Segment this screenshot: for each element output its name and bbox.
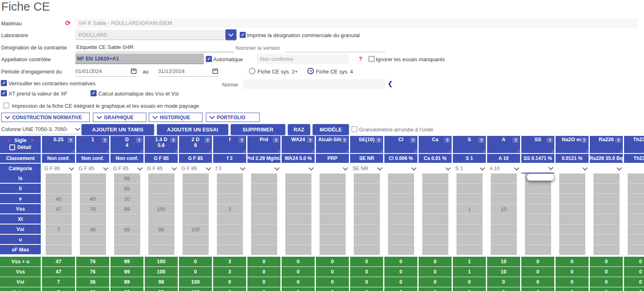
value-cell[interactable] — [624, 184, 644, 194]
value-cell[interactable] — [624, 194, 644, 204]
sigle-prev-arrow-icon[interactable]: < — [7, 137, 10, 143]
value-cell[interactable]: 7 — [42, 224, 75, 235]
help-icon[interactable]: ? — [273, 137, 279, 143]
value-cell[interactable] — [42, 235, 75, 245]
column-resize-handle[interactable] — [71, 149, 75, 153]
value-cell[interactable] — [521, 184, 554, 194]
value-cell[interactable] — [247, 214, 280, 224]
value-cell[interactable] — [316, 224, 349, 235]
laboratoire-field[interactable]: POULLARD — [75, 30, 224, 40]
calendar-icon[interactable] — [131, 69, 137, 74]
construction-normative-button[interactable]: CONSTRUCTION NORMATIVE — [1, 113, 90, 122]
value-cell[interactable] — [76, 245, 109, 255]
colonne-select[interactable]: UNE 7050-3, 7050- — [22, 124, 79, 134]
categorie-select[interactable]: SE NR — [350, 164, 383, 173]
value-cell[interactable] — [487, 173, 520, 184]
sigle-next-arrow-icon[interactable]: > — [31, 137, 34, 143]
value-cell[interactable] — [179, 214, 212, 224]
sys4-radio[interactable] — [307, 68, 314, 74]
value-cell[interactable]: 100 — [145, 204, 178, 214]
value-cell[interactable]: 47 — [42, 204, 75, 214]
value-cell[interactable] — [213, 184, 246, 194]
value-cell[interactable] — [145, 235, 178, 245]
value-cell[interactable] — [419, 173, 452, 184]
value-cell[interactable]: 40 — [76, 194, 109, 204]
categorie-select[interactable] — [521, 164, 554, 173]
help-icon[interactable]: ? — [341, 137, 348, 143]
value-cell[interactable] — [213, 235, 246, 245]
statut-field[interactable]: Non conforme — [257, 54, 348, 64]
categorie-select[interactable]: f 3 — [213, 164, 246, 173]
value-cell[interactable] — [419, 235, 452, 245]
value-cell[interactable] — [179, 173, 212, 184]
value-cell[interactable] — [350, 214, 383, 224]
value-cell[interactable] — [282, 184, 315, 194]
categorie-select[interactable]: S 1 — [453, 164, 486, 173]
value-cell[interactable] — [350, 173, 383, 184]
help-icon[interactable]: ? — [547, 137, 553, 143]
value-cell[interactable] — [316, 194, 349, 204]
value-cell[interactable] — [247, 194, 280, 204]
value-cell[interactable] — [213, 245, 246, 255]
norme-field[interactable] — [243, 79, 385, 89]
value-cell[interactable] — [556, 214, 589, 224]
value-cell[interactable] — [590, 235, 623, 245]
detail-toggle[interactable]: Détail — [9, 144, 31, 150]
categorie-select[interactable]: A 10 — [487, 164, 520, 173]
column-resize-handle[interactable] — [551, 149, 554, 153]
value-cell[interactable] — [590, 184, 623, 194]
categorie-select[interactable]: G F 85 — [76, 164, 109, 173]
value-cell[interactable] — [179, 235, 212, 245]
value-cell[interactable] — [247, 173, 280, 184]
column-resize-handle[interactable] — [379, 149, 383, 153]
value-cell[interactable] — [521, 235, 554, 245]
value-cell[interactable] — [384, 235, 417, 245]
value-cell[interactable] — [76, 214, 109, 224]
value-cell[interactable] — [453, 173, 486, 184]
sys2-radio[interactable] — [249, 68, 256, 74]
xt-checkbox[interactable] — [1, 90, 7, 96]
ajouter-tamis-button[interactable]: AJOUTER UN TAMIS — [82, 124, 154, 135]
value-cell[interactable] — [521, 204, 554, 214]
value-cell[interactable] — [521, 194, 554, 204]
value-cell[interactable] — [76, 173, 109, 184]
value-cell[interactable]: 100 — [179, 224, 212, 235]
calcul-checkbox[interactable] — [90, 90, 97, 96]
help-icon[interactable]: ? — [307, 137, 313, 143]
value-cell[interactable] — [556, 235, 589, 245]
value-cell[interactable] — [145, 194, 178, 204]
value-cell[interactable] — [350, 224, 383, 235]
help-icon[interactable]: ? — [136, 137, 142, 143]
value-cell[interactable] — [282, 245, 315, 255]
value-cell[interactable] — [453, 224, 486, 235]
impression-checkbox[interactable] — [3, 102, 9, 109]
column-resize-handle[interactable] — [243, 149, 246, 153]
laboratoire-dropdown-button[interactable] — [225, 29, 236, 40]
value-cell[interactable] — [487, 194, 520, 204]
value-cell[interactable] — [453, 184, 486, 194]
appellation-field[interactable]: NF EN 12620+A1 — [75, 53, 204, 64]
categorie-select[interactable] — [419, 164, 452, 173]
date-fin-field[interactable]: 31/12/2024 — [158, 66, 218, 77]
value-cell[interactable] — [453, 245, 486, 255]
chevron-left-icon[interactable]: ❮ — [388, 80, 393, 87]
categorie-select[interactable]: G F 85 — [110, 164, 143, 173]
value-cell[interactable] — [487, 184, 520, 194]
column-resize-handle[interactable] — [277, 149, 280, 153]
value-cell[interactable] — [556, 173, 589, 184]
value-cell[interactable] — [282, 224, 315, 235]
categorie-select[interactable] — [624, 164, 644, 173]
value-cell[interactable] — [282, 173, 315, 184]
value-cell[interactable] — [179, 194, 212, 204]
value-cell[interactable] — [316, 214, 349, 224]
help-icon[interactable]: ? — [101, 137, 108, 143]
value-cell[interactable] — [590, 214, 623, 224]
value-cell[interactable] — [350, 204, 383, 214]
value-cell[interactable] — [453, 214, 486, 224]
value-cell[interactable] — [247, 235, 280, 245]
value-cell[interactable] — [487, 245, 520, 255]
categorie-select[interactable] — [316, 164, 349, 173]
categorie-select[interactable] — [282, 164, 315, 173]
help-icon[interactable]: ? — [170, 137, 176, 143]
help-icon[interactable]: ? — [67, 137, 74, 143]
